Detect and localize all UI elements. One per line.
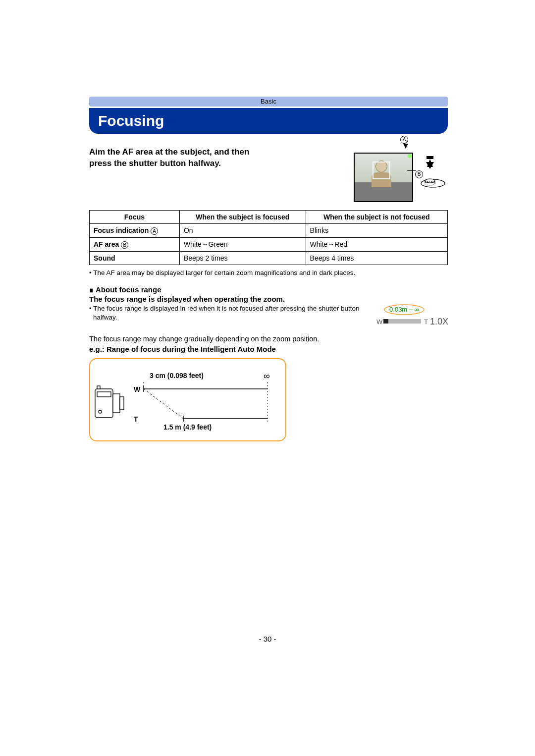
intro-text: Aim the AF area at the subject, and then… bbox=[89, 145, 272, 169]
svg-text:1.5 m (4.9 feet): 1.5 m (4.9 feet) bbox=[163, 423, 212, 431]
table-row: Sound Beeps 2 times Beeps 4 times bbox=[90, 251, 448, 265]
focus-table: Focus When the subject is focused When t… bbox=[89, 210, 448, 265]
svg-text:1.0X: 1.0X bbox=[430, 317, 448, 326]
svg-text:3 cm (0.098 feet): 3 cm (0.098 feet) bbox=[150, 372, 204, 379]
svg-rect-10 bbox=[383, 319, 421, 324]
gradual-note: The focus range may change gradually dep… bbox=[89, 335, 448, 343]
focus-range-red-note: The focus range is displayed in red when… bbox=[89, 304, 364, 322]
svg-rect-11 bbox=[383, 319, 388, 324]
th-unfocused: When the subject is not focused bbox=[306, 211, 447, 224]
svg-marker-6 bbox=[426, 162, 434, 169]
category-band: Basic bbox=[89, 97, 448, 107]
svg-text:∞: ∞ bbox=[264, 371, 270, 381]
about-focus-range-heading: ∎About focus range bbox=[89, 285, 448, 294]
arrow-a-icon bbox=[403, 144, 408, 149]
page-number: - 30 - bbox=[0, 635, 535, 643]
page-title: Focusing bbox=[89, 108, 448, 134]
svg-rect-17 bbox=[120, 397, 124, 410]
label-a: A bbox=[400, 136, 408, 144]
table-row: AF area B White→Green White→Red bbox=[90, 237, 448, 251]
svg-text:W: W bbox=[134, 385, 141, 393]
focus-indicator-icon bbox=[408, 154, 412, 158]
zoom-indicator-illustration: 0.03m – ∞ W T 1.0X bbox=[374, 304, 448, 328]
illustration-group: A B bbox=[354, 145, 448, 202]
svg-text:T: T bbox=[424, 318, 428, 325]
svg-rect-18 bbox=[97, 386, 100, 389]
af-area-note: The AF area may be displayed larger for … bbox=[89, 269, 448, 276]
th-focused: When the subject is focused bbox=[179, 211, 306, 224]
svg-rect-20 bbox=[97, 392, 111, 397]
svg-rect-16 bbox=[113, 394, 120, 413]
example-heading: e.g.: Range of focus during the Intellig… bbox=[89, 345, 448, 353]
camera-screen-illustration: B bbox=[354, 153, 413, 202]
th-focus: Focus bbox=[90, 211, 180, 224]
focus-range-diagram: W T 3 cm (0.098 feet) ∞ 1.5 m (4.9 feet) bbox=[89, 358, 287, 444]
table-row: Focus indication A On Blinks bbox=[90, 224, 448, 238]
label-b: B bbox=[415, 170, 423, 178]
svg-text:0.03m – ∞: 0.03m – ∞ bbox=[389, 306, 419, 313]
svg-line-29 bbox=[144, 389, 183, 419]
svg-text:W: W bbox=[376, 318, 383, 325]
af-area-box-icon bbox=[373, 162, 390, 179]
svg-point-19 bbox=[99, 410, 102, 413]
about-focus-range-sub: The focus range is displayed when operat… bbox=[89, 295, 448, 303]
svg-text:T: T bbox=[134, 415, 138, 423]
svg-point-1 bbox=[425, 179, 435, 183]
